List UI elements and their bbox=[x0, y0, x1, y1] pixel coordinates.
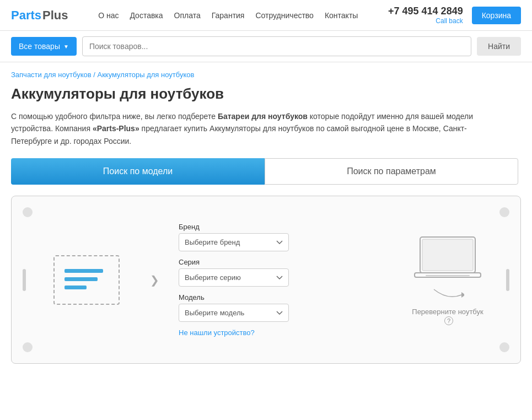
search-bar: Все товары ▼ Найти bbox=[0, 31, 532, 62]
not-found-link[interactable]: Не нашли устройство? bbox=[179, 329, 289, 337]
corner-circle-tl bbox=[23, 207, 33, 217]
laptop-line-3 bbox=[65, 286, 87, 289]
corner-circle-bl bbox=[23, 342, 33, 352]
contact-info: +7 495 414 2849 Call back bbox=[388, 6, 463, 25]
main-nav: О нас Доставка Оплата Гарантия Сотруднич… bbox=[98, 11, 358, 20]
laptop-svg bbox=[409, 234, 486, 289]
page-description: С помощью удобного фильтра ниже, вы легк… bbox=[11, 110, 507, 147]
page-title: Аккумуляторы для ноутбуков bbox=[11, 85, 521, 103]
filter-tabs: Поиск по модели Поиск по параметрам bbox=[11, 158, 521, 185]
brand-select[interactable]: Выберите бренд bbox=[179, 233, 289, 251]
logo-parts: Parts bbox=[11, 8, 41, 23]
series-select[interactable]: Выберите серию bbox=[179, 268, 289, 287]
search-input[interactable] bbox=[82, 36, 471, 56]
nav-payment[interactable]: Оплата bbox=[174, 11, 201, 20]
tab-param-search[interactable]: Поиск по параметрам bbox=[265, 158, 518, 185]
curved-arrow-icon bbox=[431, 287, 464, 303]
logo-plus: Plus bbox=[42, 8, 68, 23]
model-select[interactable]: Выберите модель bbox=[179, 304, 289, 322]
series-label: Серия bbox=[179, 258, 289, 266]
laptop-line-1 bbox=[65, 269, 103, 273]
side-bar-indicator-right bbox=[506, 269, 509, 291]
svg-rect-4 bbox=[426, 275, 470, 276]
svg-marker-5 bbox=[461, 292, 464, 298]
series-group: Серия Выберите серию bbox=[179, 258, 289, 287]
brand-label: Бренд bbox=[179, 223, 289, 231]
model-group: Модель Выберите модель bbox=[179, 293, 289, 322]
call-back-link[interactable]: Call back bbox=[436, 17, 463, 25]
laptop-sketch-left bbox=[42, 250, 131, 310]
dropdown-arrow-icon: ▼ bbox=[63, 44, 69, 50]
laptop-right-illustration: Переверните ноутбук ? bbox=[406, 234, 490, 325]
side-bar-indicator-left bbox=[23, 269, 26, 291]
logo: Parts Plus bbox=[11, 8, 68, 23]
breadcrumb: Запчасти для ноутбуков / Аккумуляторы дл… bbox=[11, 71, 521, 79]
nav-contacts[interactable]: Контакты bbox=[325, 11, 358, 20]
side-bar-right bbox=[506, 269, 509, 291]
phone-number: +7 495 414 2849 bbox=[388, 6, 463, 17]
side-bar-left bbox=[23, 269, 26, 291]
laptop-flip-label: Переверните ноутбук ? bbox=[406, 308, 490, 325]
breadcrumb-current: Аккумуляторы для ноутбуков bbox=[97, 71, 194, 79]
nav-cooperation[interactable]: Сотрудничество bbox=[255, 11, 313, 20]
cart-button[interactable]: Корзина bbox=[472, 7, 521, 24]
dropdowns-section: Бренд Выберите бренд Серия Выберите сери… bbox=[179, 223, 289, 337]
laptop-line-2 bbox=[65, 277, 98, 281]
corner-circle-br bbox=[499, 342, 509, 352]
nav-guarantee[interactable]: Гарантия bbox=[212, 11, 245, 20]
tab-model-search[interactable]: Поиск по модели bbox=[11, 158, 265, 185]
nav-about[interactable]: О нас bbox=[98, 11, 119, 20]
model-search-panel: ❯ Бренд Выберите бренд Серия Выберите се… bbox=[11, 196, 521, 364]
panel-inner: ❯ Бренд Выберите бренд Серия Выберите се… bbox=[23, 223, 509, 337]
nav-delivery[interactable]: Доставка bbox=[130, 11, 163, 20]
all-goods-label: Все товары bbox=[19, 42, 60, 51]
brand-group: Бренд Выберите бренд bbox=[179, 223, 289, 251]
breadcrumb-parent[interactable]: Запчасти для ноутбуков bbox=[11, 71, 92, 79]
arrow-right-icon: ❯ bbox=[150, 273, 159, 287]
svg-rect-1 bbox=[422, 239, 473, 271]
help-icon[interactable]: ? bbox=[444, 316, 453, 325]
search-button[interactable]: Найти bbox=[477, 37, 521, 56]
all-goods-button[interactable]: Все товары ▼ bbox=[11, 37, 77, 56]
corner-circle-tr bbox=[499, 207, 509, 217]
main-content: Запчасти для ноутбуков / Аккумуляторы дл… bbox=[0, 62, 532, 372]
laptop-lines bbox=[65, 269, 103, 289]
header: Parts Plus О нас Доставка Оплата Гаранти… bbox=[0, 0, 532, 31]
model-label: Модель bbox=[179, 293, 289, 301]
